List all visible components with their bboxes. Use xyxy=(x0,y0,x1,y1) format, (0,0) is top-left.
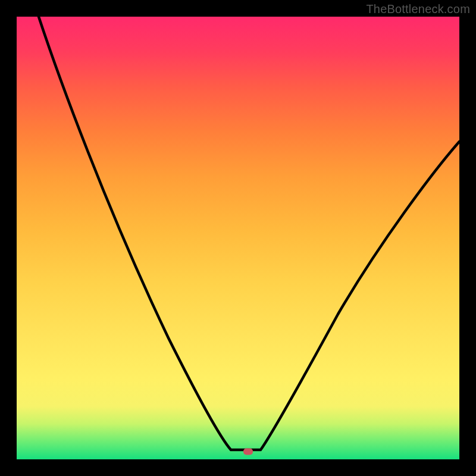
bottleneck-curve xyxy=(17,17,459,459)
chart-frame: TheBottleneck.com xyxy=(0,0,476,476)
plot-area xyxy=(17,17,459,459)
watermark-text: TheBottleneck.com xyxy=(366,2,470,16)
